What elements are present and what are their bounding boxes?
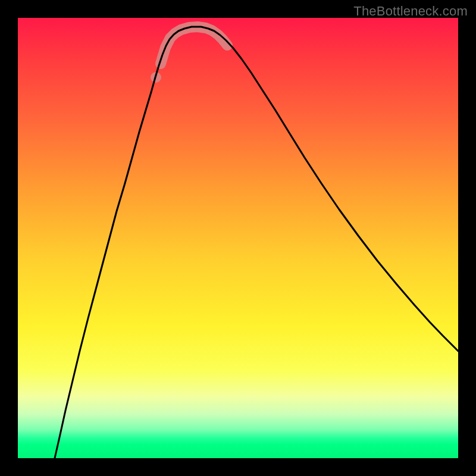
- bottleneck-curve: [55, 27, 458, 458]
- plot-area: [18, 18, 458, 458]
- watermark-text: TheBottleneck.com: [353, 4, 468, 19]
- curve-svg: [18, 18, 458, 458]
- outer-frame: TheBottleneck.com: [0, 0, 476, 476]
